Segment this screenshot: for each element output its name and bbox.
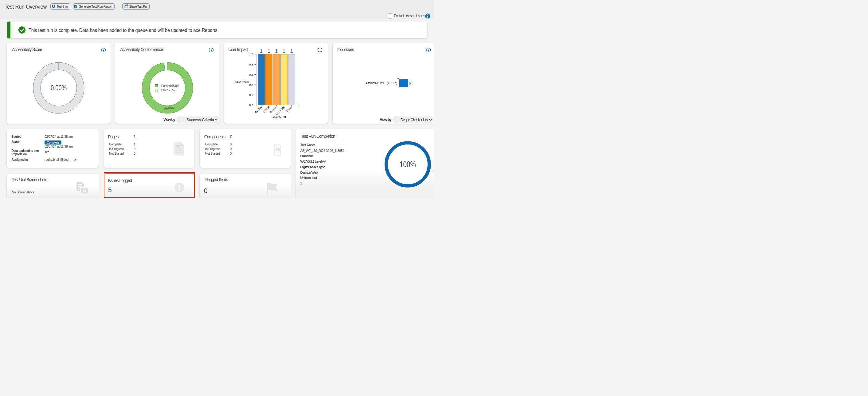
svg-text:1: 1 [283, 49, 285, 53]
svg-text:Issue Count: Issue Count [235, 81, 249, 84]
svg-text:0.00%: 0.00% [51, 84, 67, 92]
svg-text:5: 5 [409, 82, 411, 85]
svg-text:1.0: 1.0 [249, 53, 254, 56]
svg-text:1: 1 [276, 49, 278, 53]
svg-text:0.4: 0.4 [249, 83, 254, 86]
svg-text:1: 1 [268, 49, 270, 53]
svg-text:0.6: 0.6 [249, 73, 254, 76]
svg-text:0.0: 0.0 [249, 103, 254, 107]
svg-text:0.2: 0.2 [249, 93, 254, 96]
svg-text:0.8: 0.8 [249, 63, 254, 66]
svg-text:Critical: Critical [262, 106, 270, 113]
svg-text:1: 1 [290, 49, 293, 53]
svg-text:100%: 100% [400, 160, 416, 169]
svg-text:Blocker: Blocker [254, 106, 262, 114]
svg-text:Severity: Severity [272, 115, 281, 119]
svg-text:1: 1 [260, 49, 262, 53]
svg-text:Alternative Tex... (1.1.1.a): Alternative Tex... (1.1.1.a) [365, 82, 397, 85]
svg-text:Minor: Minor [286, 106, 293, 113]
